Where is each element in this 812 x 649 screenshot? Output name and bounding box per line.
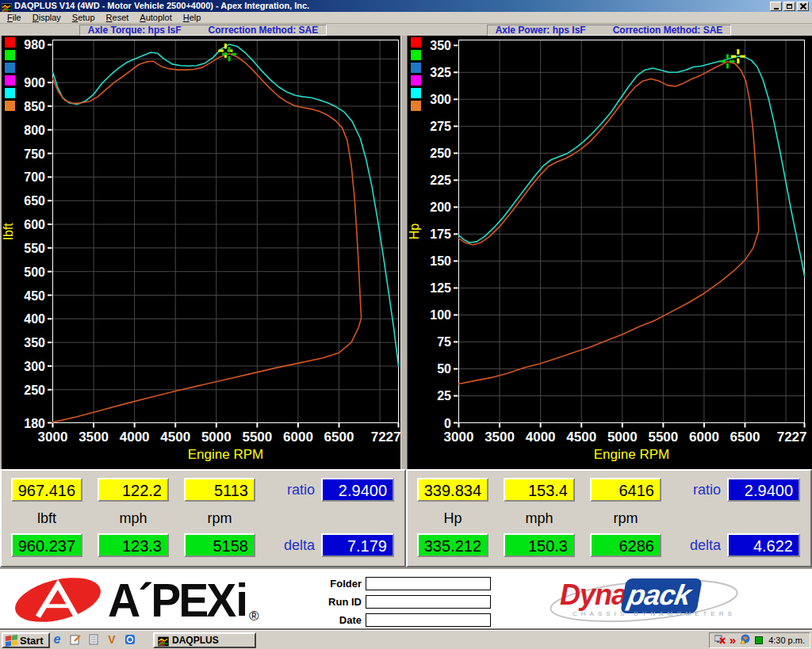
logo-strip: A´PEX i ® Folder Run ID Date Dynapack CH… (0, 567, 812, 630)
menu-file[interactable]: File (3, 13, 29, 22)
y-tick-label: 750 (24, 147, 45, 161)
trace-color-swatch[interactable] (411, 88, 421, 98)
trace-color-swatch[interactable] (411, 101, 421, 111)
compose-mail-icon[interactable] (69, 633, 82, 646)
y-tick-label: 450 (24, 289, 45, 303)
torque-readout-panel: 967.416 122.2 5113 ratio 2.9400 lbft mph… (0, 469, 406, 567)
x-tick-label: 6000 (283, 429, 313, 445)
daqplus-app-icon (158, 636, 169, 646)
run-id-input[interactable] (366, 595, 491, 609)
apex-ellipse-icon (11, 575, 105, 624)
chart-panel-divider (400, 36, 408, 469)
trace-color-swatch[interactable] (5, 101, 15, 111)
quick-launch-bar: e V (51, 633, 136, 646)
torque-cursor2-mph: 123.3 (98, 533, 169, 557)
y-tick-label: 800 (24, 124, 45, 137)
dynapack-wordmark-red: Dyna (560, 578, 626, 611)
windows-flag-icon (6, 634, 17, 646)
x-tick-label: 5500 (648, 429, 678, 445)
x-tick-label: 5000 (607, 429, 638, 445)
y-tick-label: 400 (24, 312, 45, 326)
speed-unit-label: mph (504, 510, 575, 527)
power-ratio-value: 2.9400 (727, 478, 800, 502)
x-tick-label: 3500 (79, 429, 109, 445)
apex-logo: A´PEX i ® (11, 574, 259, 626)
internet-explorer-icon[interactable]: e (51, 633, 63, 646)
x-tick-label: 3000 (444, 429, 474, 445)
power-correction-method: Correction Method: SAE (613, 25, 723, 36)
power-delta-label: delta (677, 537, 721, 554)
torque-cursor2-rpm: 5158 (184, 533, 255, 557)
date-input[interactable] (366, 613, 491, 627)
x-axis-label: Engine RPM (594, 447, 669, 462)
y-tick-label: 225 (430, 174, 451, 187)
x-tick-label: 4000 (120, 429, 150, 445)
trace-color-swatch[interactable] (5, 88, 15, 98)
messenger-icon[interactable] (124, 633, 136, 646)
trace-color-swatch[interactable] (5, 75, 15, 86)
close-button[interactable] (797, 2, 809, 11)
window-title: DAQPLUS V14 (4WD - Motor Vehicle 2500+40… (14, 0, 309, 12)
dynapack-tagline: CHASSIS DYNAMOMETERS (573, 610, 736, 617)
title-bar: DAQPLUS V14 (4WD - Motor Vehicle 2500+40… (0, 0, 812, 12)
power-chart[interactable]: 3503253002752502252001751501251007550250… (408, 36, 812, 469)
y-tick-label: 50 (437, 362, 451, 376)
speed-unit-label: mph (98, 510, 169, 527)
y-tick-label: 180 (24, 417, 45, 430)
menu-display[interactable]: Display (29, 13, 68, 22)
power-cursor1-rpm: 6416 (590, 478, 661, 502)
power-readout-panel: 339.834 153.4 6416 ratio 2.9400 Hp mph r… (406, 469, 812, 567)
y-axis-label: Hp (408, 223, 421, 240)
run-id-label: Run ID (320, 596, 362, 608)
y-tick-label: 25 (437, 389, 451, 403)
daqplus-taskbar-button[interactable]: DAQPLUS (153, 632, 256, 648)
y-tick-label: 550 (24, 242, 45, 255)
start-button[interactable]: Start (2, 632, 50, 648)
rpm-unit-label: rpm (184, 510, 255, 527)
torque-delta-label: delta (271, 537, 315, 554)
status-led-icon[interactable] (755, 636, 763, 644)
rpm-unit-label: rpm (590, 510, 661, 527)
fast-forward-icon[interactable]: » (730, 635, 736, 646)
power-chart-title: Axle Power: hps IsF (496, 25, 586, 36)
trace-color-swatch[interactable] (5, 37, 15, 48)
torque-unit-label: lbft (11, 510, 82, 527)
power-cursor1-mph: 153.4 (504, 478, 575, 502)
power-chart-header: Axle Power: hps IsF Correction Method: S… (487, 25, 732, 36)
trace-color-swatch[interactable] (411, 75, 421, 86)
y-tick-label: 250 (24, 384, 45, 397)
x-tick-label: 5500 (242, 429, 272, 445)
document-icon[interactable] (87, 633, 100, 646)
menu-help[interactable]: Help (179, 13, 209, 22)
trace-color-swatch[interactable] (5, 50, 15, 60)
y-tick-label: 0 (444, 417, 451, 430)
restore-button[interactable] (783, 2, 795, 11)
chart-headers: Axle Torque: hps IsF Correction Method: … (0, 24, 812, 36)
menu-autoplot[interactable]: Autoplot (136, 13, 178, 22)
power-cursor2-value: 335.212 (417, 533, 488, 557)
x-tick-label: 5000 (201, 429, 232, 445)
trace-color-swatch[interactable] (411, 63, 421, 73)
trace-color-swatch[interactable] (411, 50, 421, 60)
minimize-button[interactable] (770, 2, 782, 11)
y-tick-label: 650 (24, 194, 45, 208)
dynapack-logo: Dynapack CHASSIS DYNAMOMETERS (546, 578, 742, 623)
y-tick-label: 325 (430, 66, 451, 79)
trace-color-swatch[interactable] (5, 63, 15, 73)
connection-warning-icon[interactable] (740, 633, 751, 647)
x-axis-label: Engine RPM (188, 447, 263, 462)
folder-label: Folder (320, 578, 362, 590)
menu-setup[interactable]: Setup (68, 13, 102, 22)
winamp-icon[interactable]: V (105, 633, 118, 646)
network-offline-icon[interactable] (714, 633, 726, 647)
folder-input[interactable] (366, 577, 491, 590)
y-tick-label: 275 (430, 120, 451, 133)
trace-color-swatch[interactable] (411, 37, 421, 48)
menu-bar: FileDisplaySetupResetAutoplotHelp (0, 12, 812, 24)
torque-chart[interactable]: 9809008508007507006506005505004504003503… (2, 36, 408, 469)
x-tick-label: 4500 (566, 429, 596, 445)
menu-reset[interactable]: Reset (102, 13, 136, 22)
torque-cursor1-value: 967.416 (11, 478, 82, 502)
y-tick-label: 900 (24, 76, 45, 90)
y-tick-label: 175 (430, 227, 451, 241)
